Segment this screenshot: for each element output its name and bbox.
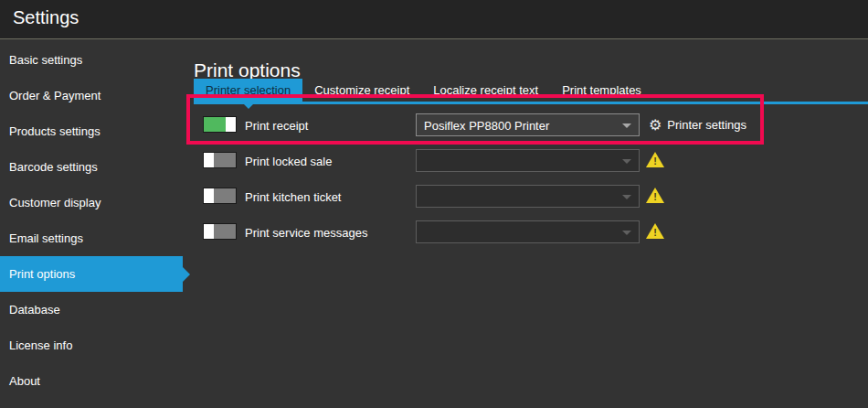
printer-dropdown-kitchen-ticket [416, 185, 640, 208]
row-print-kitchen-ticket: Print kitchen ticket ! [194, 178, 868, 214]
toggle-knob [204, 153, 214, 167]
row-label: Print kitchen ticket [245, 189, 342, 203]
sidebar-item-order-payment[interactable]: Order & Payment [0, 78, 183, 113]
toggle-knob [204, 224, 214, 239]
printer-settings-label: Printer settings [667, 118, 746, 132]
printer-dropdown-receipt[interactable]: Posiflex PP8800 Printer [416, 113, 640, 136]
toggle-print-receipt[interactable] [203, 116, 237, 133]
row-print-locked-sale: Print locked sale ! [194, 143, 868, 178]
sidebar-item-products-settings[interactable]: Products settings [0, 113, 183, 149]
toggle-knob [226, 117, 236, 132]
toggle-knob [204, 188, 214, 203]
caret-down-icon [622, 195, 631, 199]
tab-label: Localize receipt text [433, 83, 538, 97]
tab-label: Customize receipt [314, 83, 409, 97]
sidebar-item-barcode-settings[interactable]: Barcode settings [0, 149, 183, 185]
sidebar-item-email-settings[interactable]: Email settings [0, 220, 183, 256]
toggle-print-locked-sale[interactable] [203, 152, 237, 168]
tab-localize-receipt-text[interactable]: Localize receipt text [421, 79, 550, 102]
printer-dropdown-service-messages [416, 220, 640, 243]
sidebar-item-label: Barcode settings [9, 160, 98, 174]
warning-exclamation: ! [646, 191, 664, 202]
warning-icon: ! [646, 223, 664, 240]
tab-customize-receipt[interactable]: Customize receipt [302, 79, 421, 102]
print-options-tabs: Printer selection Customize receipt Loca… [194, 79, 653, 102]
sidebar-item-label: Database [9, 303, 60, 317]
warning-icon: ! [646, 152, 664, 168]
gear-icon: ⚙ [649, 118, 662, 133]
sidebar-item-label: Products settings [9, 124, 101, 138]
sidebar-item-label: About [9, 374, 40, 388]
print-option-rows: Print receipt Posiflex PP8800 Printer ⚙ … [194, 107, 868, 250]
window-header: Settings [0, 0, 868, 39]
sidebar-item-label: Order & Payment [9, 89, 101, 102]
sidebar-item-about[interactable]: About [0, 363, 183, 399]
sidebar-item-print-options[interactable]: Print options [0, 256, 183, 292]
row-print-receipt: Print receipt Posiflex PP8800 Printer ⚙ … [194, 107, 868, 143]
caret-down-icon [622, 123, 631, 128]
row-label: Print service messages [245, 225, 367, 239]
warning-exclamation: ! [646, 227, 664, 238]
sidebar-item-customer-display[interactable]: Customer display [0, 185, 183, 220]
settings-sidebar: Basic settings Order & Payment Products … [0, 39, 183, 408]
warning-icon: ! [646, 188, 664, 204]
sidebar-item-license-info[interactable]: License info [0, 327, 183, 363]
warning-exclamation: ! [646, 156, 664, 166]
sidebar-item-label: License info [9, 338, 72, 352]
toggle-print-service-messages[interactable] [203, 223, 237, 240]
caret-down-icon [622, 231, 631, 235]
sidebar-item-label: Customer display [9, 196, 101, 209]
selected-arrow-right-icon [183, 267, 190, 282]
tab-printer-selection[interactable]: Printer selection [194, 79, 302, 102]
sidebar-item-database[interactable]: Database [0, 292, 183, 327]
tab-label: Print templates [562, 83, 641, 97]
dropdown-value: Posiflex PP8800 Printer [424, 118, 549, 132]
sidebar-item-label: Basic settings [9, 53, 82, 67]
sidebar-item-label: Print options [9, 267, 75, 281]
sidebar-item-basic-settings[interactable]: Basic settings [0, 42, 183, 78]
print-options-panel: Print options Printer selection Customiz… [194, 39, 868, 408]
row-print-service-messages: Print service messages ! [194, 214, 868, 250]
tab-underline [194, 102, 868, 104]
caret-down-icon [622, 159, 631, 164]
row-label: Print locked sale [245, 154, 332, 167]
sidebar-item-label: Email settings [9, 231, 83, 245]
tab-label: Printer selection [206, 83, 291, 97]
row-label: Print receipt [245, 118, 308, 132]
printer-settings-button[interactable]: ⚙ Printer settings [649, 118, 746, 133]
page-title: Settings [13, 7, 79, 28]
printer-dropdown-locked-sale [416, 149, 640, 172]
tab-print-templates[interactable]: Print templates [550, 79, 653, 102]
toggle-print-kitchen-ticket[interactable] [203, 188, 237, 204]
